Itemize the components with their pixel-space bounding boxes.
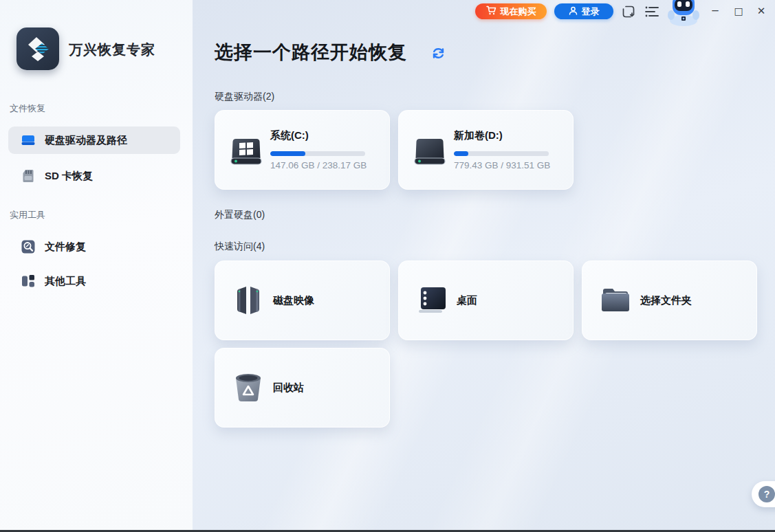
refresh-icon[interactable] bbox=[432, 47, 445, 60]
file-repair-icon bbox=[21, 239, 36, 254]
drive-name: 系统(C:) bbox=[270, 129, 309, 142]
drive-usage-fill bbox=[454, 151, 468, 156]
login-label: 登录 bbox=[582, 5, 600, 18]
drive-capacity: 779.43 GB / 931.51 GB bbox=[454, 160, 550, 170]
quick-access-recycle-bin[interactable]: 回收站 bbox=[215, 348, 390, 428]
task-list-icon[interactable] bbox=[644, 4, 659, 19]
drive-usage-bar bbox=[270, 151, 365, 156]
sidebar-item-file-repair[interactable]: 文件修复 bbox=[8, 233, 180, 261]
close-button[interactable]: ✕ bbox=[754, 3, 769, 19]
drive-name: 新加卷(D:) bbox=[454, 129, 503, 142]
help-button[interactable]: ? bbox=[752, 481, 775, 507]
sd-card-icon bbox=[21, 168, 36, 184]
buy-now-label: 现在购买 bbox=[501, 5, 536, 18]
sidebar: 万兴恢复专家 文件恢复 硬盘驱动器及路径 SD 卡恢复 实用工具 bbox=[0, 0, 193, 532]
quick-access-section-label: 快速访问(4) bbox=[215, 241, 265, 253]
quick-access-choose-folder[interactable]: 选择文件夹 bbox=[582, 261, 757, 340]
transfer-icon[interactable] bbox=[621, 4, 636, 19]
user-icon bbox=[569, 6, 578, 17]
sidebar-item-label: 硬盘驱动器及路径 bbox=[45, 134, 127, 147]
disk-image-icon bbox=[232, 284, 265, 317]
sidebar-item-sd-card[interactable]: SD 卡恢复 bbox=[8, 162, 180, 190]
quick-access-label: 选择文件夹 bbox=[640, 294, 692, 307]
ai-assistant-icon[interactable] bbox=[666, 0, 701, 23]
sidebar-item-hard-drives[interactable]: 硬盘驱动器及路径 bbox=[8, 126, 180, 154]
hard-drive-icon bbox=[21, 133, 36, 148]
sidebar-item-label: SD 卡恢复 bbox=[45, 170, 93, 183]
page-title: 选择一个路径开始恢复 bbox=[215, 40, 407, 65]
drive-card-c[interactable]: 系统(C:) 147.06 GB / 238.17 GB bbox=[215, 110, 390, 190]
drive-card-d[interactable]: 新加卷(D:) 779.43 GB / 931.51 GB bbox=[398, 110, 574, 190]
sidebar-item-label: 其他工具 bbox=[45, 275, 86, 288]
recycle-bin-icon bbox=[232, 371, 265, 404]
minimize-button[interactable]: ─ bbox=[708, 3, 723, 19]
sidebar-item-other-tools[interactable]: 其他工具 bbox=[8, 267, 180, 295]
drive-capacity: 147.06 GB / 238.17 GB bbox=[270, 160, 367, 170]
system-drive-icon bbox=[230, 137, 262, 167]
maximize-button[interactable]: □ bbox=[731, 3, 746, 19]
drive-usage-bar bbox=[454, 151, 549, 156]
help-icon: ? bbox=[758, 486, 775, 502]
sidebar-section-file-recovery: 文件恢复 bbox=[10, 102, 45, 115]
cart-icon bbox=[486, 5, 496, 17]
hard-drives-section-label: 硬盘驱动器(2) bbox=[215, 91, 274, 103]
other-tools-icon bbox=[21, 274, 36, 289]
sidebar-item-label: 文件修复 bbox=[45, 241, 86, 254]
quick-access-disk-image[interactable]: 磁盘映像 bbox=[215, 261, 390, 340]
desktop-icon bbox=[415, 284, 448, 317]
login-button[interactable]: 登录 bbox=[554, 3, 613, 19]
external-drives-section-label: 外置硬盘(0) bbox=[215, 209, 265, 221]
app-logo-icon bbox=[17, 27, 59, 70]
choose-folder-icon bbox=[599, 284, 632, 317]
quick-access-desktop[interactable]: 桌面 bbox=[398, 261, 574, 340]
buy-now-button[interactable]: 现在购买 bbox=[475, 3, 547, 19]
quick-access-label: 磁盘映像 bbox=[273, 294, 314, 307]
app-title: 万兴恢复专家 bbox=[69, 41, 155, 59]
quick-access-label: 回收站 bbox=[273, 381, 304, 395]
sidebar-section-utilities: 实用工具 bbox=[10, 209, 45, 221]
data-drive-icon bbox=[414, 137, 446, 167]
drive-usage-fill bbox=[270, 151, 305, 156]
quick-access-label: 桌面 bbox=[457, 294, 477, 307]
